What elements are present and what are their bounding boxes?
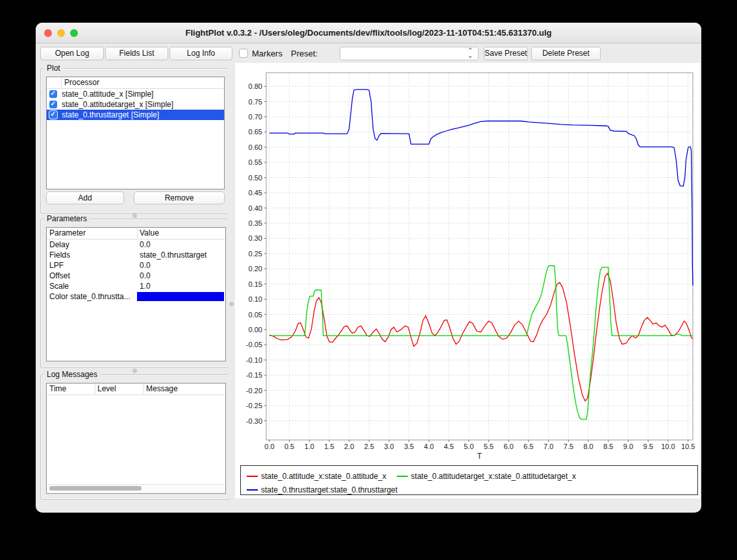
add-button[interactable]: Add	[46, 191, 124, 204]
column-header-value[interactable]: Value	[140, 228, 159, 239]
parameter-value[interactable]: 0.0	[140, 271, 151, 281]
processor-list-item[interactable]: state_0.attitudetarget_x [Simple]	[47, 99, 224, 110]
parameters-group-title: Parameters	[44, 214, 90, 223]
flight-chart[interactable]: 0.00.51.01.52.02.53.03.54.04.55.05.56.06…	[235, 63, 700, 463]
svg-text:9.5: 9.5	[643, 443, 653, 450]
svg-text:0.10: 0.10	[249, 295, 262, 303]
svg-text:0.50: 0.50	[249, 174, 262, 182]
checkbox-checked-icon[interactable]	[49, 101, 57, 108]
processor-list-item[interactable]: state_0.attitude_x [Simple]	[47, 89, 224, 99]
fields-list-button[interactable]: Fields List	[105, 47, 168, 60]
parameter-value[interactable]: 0.0	[140, 239, 151, 250]
splitter-handle[interactable]	[132, 369, 137, 373]
svg-text:10.0: 10.0	[661, 443, 675, 450]
svg-text:9.0: 9.0	[623, 443, 633, 450]
svg-text:0.30: 0.30	[249, 234, 262, 242]
chart-panel: 0.00.51.01.52.02.53.03.54.04.55.05.56.06…	[235, 63, 700, 498]
log-messages-table[interactable]: Time Level Message	[46, 383, 226, 494]
open-log-button[interactable]: Open Log	[40, 47, 104, 60]
svg-text:8.0: 8.0	[583, 443, 593, 450]
minimize-window-button[interactable]	[57, 29, 65, 37]
vertical-splitter[interactable]	[229, 63, 235, 498]
svg-text:0.20: 0.20	[249, 265, 262, 273]
processor-list-item[interactable]: state_0.thrusttarget [Simple]	[47, 110, 224, 120]
legend-line-icon	[247, 476, 258, 477]
parameter-value[interactable]: 0.0	[140, 260, 151, 271]
svg-text:0.45: 0.45	[249, 189, 262, 197]
log-info-button[interactable]: Log Info	[169, 47, 232, 60]
svg-text:1.0: 1.0	[305, 443, 314, 450]
processor-item-label: state_0.thrusttarget [Simple]	[62, 110, 159, 119]
processor-item-label: state_0.attitudetarget_x [Simple]	[62, 100, 173, 109]
svg-text:-0.15: -0.15	[246, 371, 262, 379]
svg-text:0.80: 0.80	[249, 82, 262, 90]
svg-text:0.35: 0.35	[249, 219, 262, 227]
parameter-name: Fields	[49, 250, 70, 260]
legend-row-1: state_0.attitude_x:state_0.attitude_xsta…	[241, 468, 697, 480]
svg-text:2.0: 2.0	[344, 443, 354, 450]
close-window-button[interactable]	[44, 29, 52, 37]
parameter-row[interactable]: LPF0.0	[47, 260, 225, 271]
markers-checkbox[interactable]	[239, 49, 248, 58]
legend-label: state_0.attitudetarget_x:state_0.attitud…	[411, 472, 576, 481]
legend-line-icon	[247, 489, 258, 491]
column-header-time[interactable]: Time	[49, 383, 66, 395]
parameter-value[interactable]: 1.0	[140, 281, 151, 291]
column-header-level[interactable]: Level	[97, 383, 116, 395]
legend-item: state_0.thrusttarget:state_0.thrusttarge…	[247, 485, 397, 494]
color-swatch[interactable]	[137, 292, 224, 301]
zoom-window-button[interactable]	[70, 29, 78, 37]
markers-label: Markers	[252, 47, 282, 60]
scrollbar-thumb[interactable]	[49, 486, 142, 491]
svg-text:4.5: 4.5	[444, 443, 454, 450]
title-bar[interactable]: FlightPlot v.0.3.2 - /Users/oleg/Documen…	[36, 23, 701, 43]
svg-text:0.65: 0.65	[249, 128, 262, 136]
processor-list[interactable]: Processor state_0.attitude_x [Simple]sta…	[46, 77, 225, 189]
svg-text:-0.20: -0.20	[246, 387, 262, 395]
parameter-row[interactable]: Fieldsstate_0.thrusttarget	[47, 250, 225, 260]
svg-text:0.15: 0.15	[249, 280, 262, 288]
svg-text:0.5: 0.5	[284, 443, 294, 450]
parameters-group: Parameters Parameter Value Delay0.0Field…	[40, 219, 231, 368]
svg-text:4.0: 4.0	[424, 443, 434, 450]
parameters-table[interactable]: Parameter Value Delay0.0Fieldsstate_0.th…	[46, 227, 226, 361]
svg-text:0.55: 0.55	[249, 158, 262, 166]
parameters-table-header[interactable]: Parameter Value	[47, 228, 225, 239]
svg-text:-0.25: -0.25	[246, 402, 262, 409]
svg-text:0.00: 0.00	[249, 326, 262, 334]
parameter-row[interactable]: Delay0.0	[47, 239, 225, 250]
chart-legend: state_0.attitude_x:state_0.attitude_xsta…	[240, 465, 698, 495]
combo-stepper-icon[interactable]: ⌃⌄	[467, 47, 476, 60]
processor-item-label: state_0.attitude_x [Simple]	[62, 90, 153, 99]
svg-text:0.0: 0.0	[264, 443, 274, 450]
parameter-row[interactable]: Scale1.0	[47, 281, 225, 291]
svg-text:6.0: 6.0	[504, 443, 514, 450]
processor-column-header[interactable]: Processor	[47, 77, 224, 89]
column-header-parameter[interactable]: Parameter	[49, 228, 86, 239]
preset-combobox[interactable]: ⌃⌄	[340, 47, 479, 60]
svg-text:2.5: 2.5	[364, 443, 374, 450]
preset-input[interactable]	[343, 48, 466, 60]
delete-preset-button[interactable]: Delete Preset	[531, 47, 601, 60]
svg-text:T: T	[477, 452, 482, 461]
checkbox-checked-icon[interactable]	[49, 90, 57, 98]
parameter-row[interactable]: Offset0.0	[47, 271, 225, 281]
save-preset-button[interactable]: Save Preset	[484, 47, 528, 60]
svg-text:10.5: 10.5	[681, 443, 695, 450]
svg-text:5.0: 5.0	[464, 443, 473, 450]
log-table-header[interactable]: Time Level Message	[47, 383, 225, 395]
log-messages-group: Log Messages Time Level Message	[40, 374, 231, 500]
svg-text:5.5: 5.5	[484, 443, 493, 450]
color-parameter-row[interactable]: Color state_0.thrustta...	[47, 291, 225, 302]
svg-text:0.70: 0.70	[249, 113, 262, 121]
svg-text:-0.10: -0.10	[246, 356, 262, 364]
parameter-value[interactable]: state_0.thrusttarget	[140, 250, 206, 260]
remove-button[interactable]: Remove	[134, 191, 225, 204]
horizontal-scrollbar[interactable]	[47, 484, 225, 493]
column-header-message[interactable]: Message	[146, 383, 178, 395]
splitter-handle[interactable]	[132, 213, 137, 218]
processor-list-rows: state_0.attitude_x [Simple]state_0.attit…	[47, 89, 224, 120]
parameter-name: Scale	[49, 281, 69, 291]
splitter-handle[interactable]	[229, 302, 234, 306]
checkbox-checked-icon[interactable]	[49, 111, 57, 119]
